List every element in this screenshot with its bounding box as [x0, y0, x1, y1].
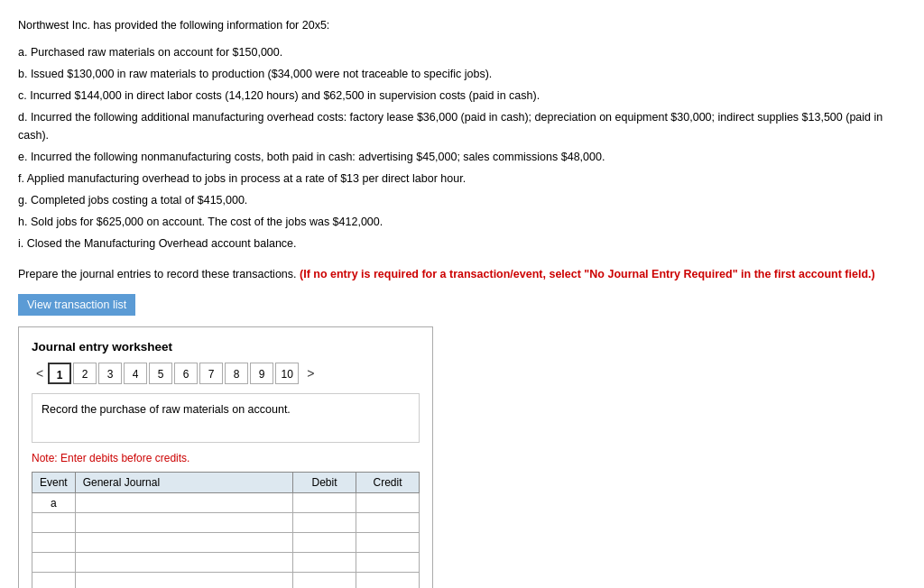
intro-item: e. Incurred the following nonmanufacturi…: [18, 148, 906, 166]
journal-input[interactable]: [81, 537, 287, 549]
tab-8[interactable]: 8: [225, 363, 248, 384]
credit-cell[interactable]: [356, 553, 420, 573]
credit-input[interactable]: [362, 556, 413, 569]
table-row: [32, 533, 420, 553]
journal-cell[interactable]: [75, 493, 292, 513]
credit-input[interactable]: [362, 517, 413, 529]
journal-input[interactable]: [81, 576, 287, 589]
table-row: [32, 573, 420, 589]
instruction-paragraph: Prepare the journal entries to record th…: [18, 265, 906, 283]
debit-cell[interactable]: [293, 573, 356, 589]
intro-item: a. Purchased raw materials on account fo…: [18, 43, 906, 61]
col-credit: Credit: [356, 473, 420, 493]
tab-9[interactable]: 9: [250, 363, 273, 384]
journal-cell[interactable]: [75, 553, 292, 573]
journal-table: Event General Journal Debit Credit a: [32, 472, 420, 588]
credit-cell[interactable]: [356, 493, 420, 513]
table-row: [32, 553, 420, 573]
debit-cell[interactable]: [293, 493, 356, 513]
intro-section: Northwest Inc. has provided the followin…: [18, 16, 906, 253]
debit-cell[interactable]: [293, 513, 356, 533]
journal-input[interactable]: [81, 517, 287, 529]
debit-input[interactable]: [299, 497, 350, 510]
tab-3[interactable]: 3: [98, 363, 122, 384]
tab-10[interactable]: 10: [275, 363, 299, 384]
journal-input[interactable]: [81, 497, 287, 510]
debit-input[interactable]: [299, 537, 350, 549]
col-event: Event: [32, 473, 76, 493]
table-row: a: [32, 493, 420, 513]
debit-cell[interactable]: [293, 553, 356, 573]
tab-5[interactable]: 5: [149, 363, 172, 384]
note-text: Note: Enter debits before credits.: [32, 452, 420, 464]
tab-7[interactable]: 7: [199, 363, 223, 384]
col-general-journal: General Journal: [75, 473, 292, 493]
entry-description: Record the purchase of raw materials on …: [32, 393, 420, 443]
instruction-before: Prepare the journal entries to record th…: [18, 268, 297, 280]
journal-entry-worksheet: Journal entry worksheet < 12345678910> R…: [18, 326, 433, 588]
tab-navigation: < 12345678910>: [32, 363, 420, 384]
event-cell: [32, 513, 76, 533]
col-debit: Debit: [293, 473, 356, 493]
journal-cell[interactable]: [75, 573, 292, 589]
event-cell: [32, 553, 76, 573]
tab-next-arrow[interactable]: >: [302, 364, 319, 382]
debit-cell[interactable]: [293, 533, 356, 553]
debit-input[interactable]: [299, 556, 350, 569]
intro-item: b. Issued $130,000 in raw materials to p…: [18, 65, 906, 83]
credit-cell[interactable]: [356, 573, 420, 589]
credit-input[interactable]: [362, 576, 413, 589]
credit-cell[interactable]: [356, 513, 420, 533]
tab-4[interactable]: 4: [124, 363, 147, 384]
view-transaction-button[interactable]: View transaction list: [18, 294, 135, 316]
intro-item: g. Completed jobs costing a total of $41…: [18, 191, 906, 209]
worksheet-title: Journal entry worksheet: [32, 340, 420, 354]
intro-item: i. Closed the Manufacturing Overhead acc…: [18, 234, 906, 253]
intro-items: a. Purchased raw materials on account fo…: [18, 43, 906, 253]
tab-prev-arrow[interactable]: <: [32, 364, 48, 382]
debit-input[interactable]: [299, 517, 350, 529]
event-cell: a: [32, 493, 76, 513]
intro-item: d. Incurred the following additional man…: [18, 108, 906, 144]
journal-cell[interactable]: [75, 533, 292, 553]
debit-input[interactable]: [299, 576, 350, 589]
event-cell: [32, 573, 76, 589]
tab-2[interactable]: 2: [73, 363, 97, 384]
credit-cell[interactable]: [356, 533, 420, 553]
event-cell: [32, 533, 76, 553]
credit-input[interactable]: [362, 497, 413, 510]
credit-input[interactable]: [362, 537, 413, 549]
intro-item: h. Sold jobs for $625,000 on account. Th…: [18, 213, 906, 231]
intro-header: Northwest Inc. has provided the followin…: [18, 16, 906, 34]
tab-6[interactable]: 6: [174, 363, 198, 384]
journal-cell[interactable]: [75, 513, 292, 533]
tab-1[interactable]: 1: [48, 363, 71, 384]
journal-input[interactable]: [81, 556, 287, 569]
instruction-highlight: (If no entry is required for a transacti…: [300, 268, 875, 280]
intro-item: f. Applied manufacturing overhead to job…: [18, 170, 906, 188]
intro-item: c. Incurred $144,000 in direct labor cos…: [18, 87, 906, 105]
table-row: [32, 513, 420, 533]
